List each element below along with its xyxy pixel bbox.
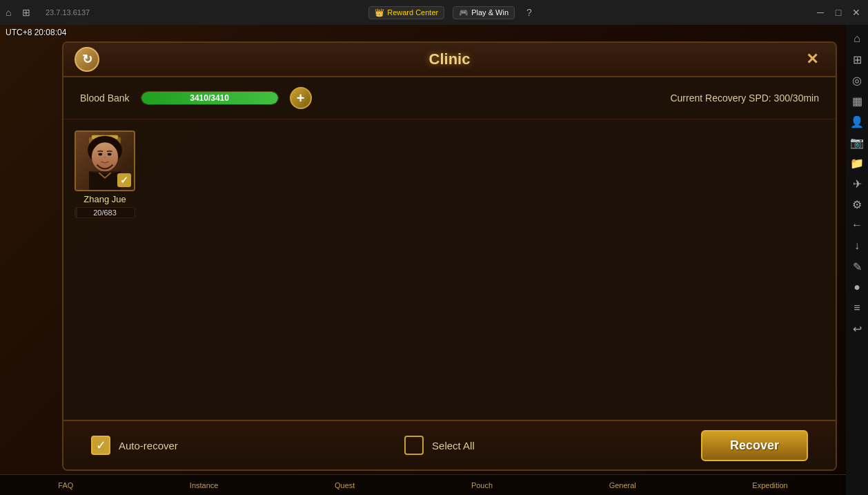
auto-recover-checkbox[interactable]: ✓: [91, 436, 110, 455]
right-sidebar: ⌂ ⊞ ◎ ▦ 👤 📷 📁 ✈ ⚙ ← ↓ ✎ ● ≡ ↩: [846, 25, 868, 495]
hero-name: Zhang Jue: [83, 194, 126, 204]
sidebar-icon-back[interactable]: ↩: [849, 320, 865, 337]
bottom-item-instance[interactable]: Instance: [184, 481, 224, 489]
panel-footer: ✓ Auto-recover Select All Recover: [63, 420, 836, 469]
clinic-panel: ↻ Clinic ✕ Blood Bank 3410/3410 + Curren…: [62, 41, 837, 471]
bottom-item-expedition[interactable]: Expedition: [747, 481, 793, 489]
panel-title: Clinic: [429, 50, 471, 68]
select-all-checkbox[interactable]: [404, 436, 424, 455]
sidebar-icon-settings[interactable]: ⚙: [849, 196, 865, 213]
bottom-item-quest[interactable]: Quest: [329, 481, 360, 489]
panel-content: ✓ Zhang Jue 20/683: [63, 119, 836, 420]
play-win-button[interactable]: 🎮 Play & Win: [453, 6, 515, 19]
auto-recover-label: Auto-recover: [119, 440, 178, 452]
hero-selected-check: ✓: [117, 173, 131, 187]
sidebar-icon-arrow[interactable]: ←: [849, 217, 865, 233]
sidebar-icon-cursor[interactable]: ✎: [849, 258, 865, 275]
sidebar-icon-folder[interactable]: 📁: [849, 155, 865, 171]
home-icon[interactable]: ⌂: [6, 7, 17, 18]
blood-bank-bar: 3410/3410: [141, 91, 279, 105]
version-label: 23.7.13.6137: [46, 8, 90, 17]
sidebar-icon-download[interactable]: ↓: [849, 237, 865, 254]
top-bar: ⌂ ⊞ 23.7.13.6137 👑 Reward Center 🎮 Play …: [0, 0, 868, 25]
top-bar-left: ⌂ ⊞ 23.7.13.6137: [6, 7, 90, 18]
select-all-section: Select All: [404, 436, 475, 455]
top-bar-center: 👑 Reward Center 🎮 Play & Win ?: [90, 6, 814, 19]
svg-point-6: [108, 153, 112, 156]
recovery-spd-text: Current Recovery SPD: 300/30min: [670, 93, 819, 104]
hero-card-zhang-jue[interactable]: ✓ Zhang Jue 20/683: [75, 130, 135, 218]
reward-center-button[interactable]: 👑 Reward Center: [368, 6, 444, 19]
close-window-icon[interactable]: ✕: [850, 6, 862, 19]
blood-bank-add-button[interactable]: +: [290, 87, 312, 109]
window-icons: ⌂ ⊞: [6, 7, 33, 18]
bottom-item-faq[interactable]: FAQ: [52, 481, 79, 489]
bottom-bar: FAQ Instance Quest Pouch General Expedit…: [0, 474, 846, 495]
svg-point-5: [98, 153, 102, 156]
play-icon: 🎮: [459, 8, 468, 17]
sidebar-icon-globe[interactable]: ◎: [849, 72, 865, 88]
refresh-button[interactable]: ↻: [75, 47, 99, 72]
sidebar-icon-camera[interactable]: 📷: [849, 134, 865, 151]
sidebar-icon-settings2[interactable]: ≡: [849, 300, 865, 316]
top-bar-right: ─ □ ✕: [814, 6, 862, 19]
blood-bank-row: Blood Bank 3410/3410 + Current Recovery …: [63, 77, 836, 119]
hero-hp-value: 20/683: [75, 208, 135, 217]
sidebar-icon-dot[interactable]: ●: [849, 279, 865, 295]
layers-icon[interactable]: ⊞: [22, 7, 33, 18]
minimize-icon[interactable]: ─: [814, 6, 827, 19]
sidebar-icon-user[interactable]: 👤: [849, 113, 865, 130]
help-icon[interactable]: ?: [523, 6, 535, 19]
bottom-item-pouch[interactable]: Pouch: [466, 481, 498, 489]
sidebar-icon-layout[interactable]: ▦: [849, 93, 865, 109]
sidebar-icon-home[interactable]: ⌂: [849, 30, 865, 47]
sidebar-icon-plane[interactable]: ✈: [849, 175, 865, 192]
auto-recover-section: ✓ Auto-recover: [91, 436, 178, 455]
select-all-label: Select All: [432, 440, 475, 452]
blood-bank-label: Blood Bank: [80, 93, 130, 104]
blood-bank-value: 3410/3410: [141, 92, 278, 104]
recover-button[interactable]: Recover: [701, 430, 808, 461]
hero-portrait: ✓: [75, 130, 135, 191]
bottom-item-general[interactable]: General: [604, 481, 642, 489]
hero-hp-bar: 20/683: [75, 207, 135, 218]
svg-point-4: [92, 142, 118, 171]
restore-icon[interactable]: □: [832, 6, 845, 19]
crown-icon: 👑: [375, 8, 384, 17]
sidebar-icon-grid[interactable]: ⊞: [849, 51, 865, 68]
close-button[interactable]: ✕: [800, 47, 825, 72]
utc-time: UTC+8 20:08:04: [6, 28, 66, 37]
panel-header: ↻ Clinic ✕: [63, 43, 836, 77]
